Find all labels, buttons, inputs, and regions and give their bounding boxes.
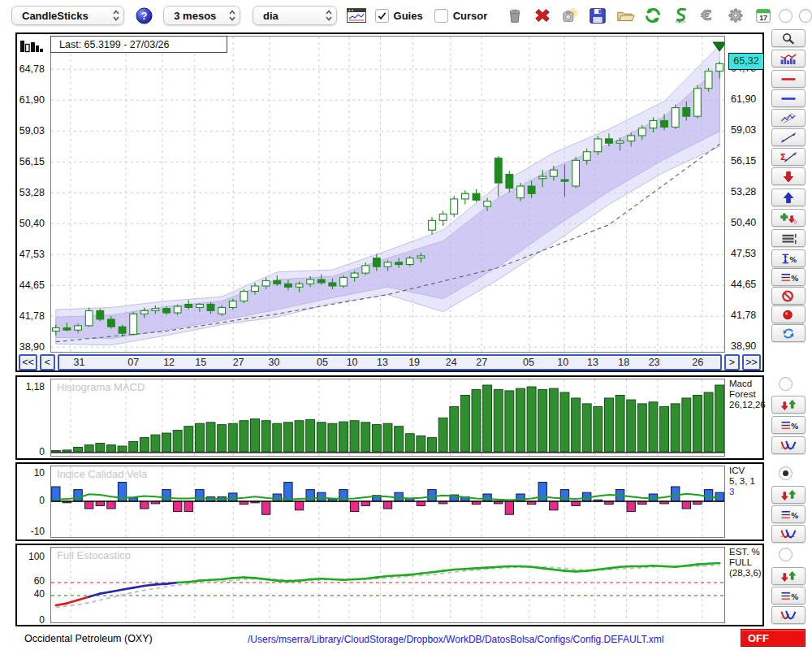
- macd-plot[interactable]: Histograma MACD: [50, 379, 725, 457]
- arrow-up-button[interactable]: [771, 188, 806, 206]
- lines-percent-icon: %: [776, 419, 801, 431]
- record-button[interactable]: [771, 306, 806, 323]
- config-path-link[interactable]: /Users/mserra/Library/CloudStorage/Dropb…: [248, 634, 663, 645]
- scroll-prev-button[interactable]: <: [40, 354, 55, 370]
- sto-signal-arrows-button[interactable]: [771, 567, 806, 585]
- chart-type-select[interactable]: CandleSticks: [11, 6, 124, 25]
- red-hline-button[interactable]: [771, 70, 806, 88]
- scroll-far-next-button[interactable]: >>: [742, 354, 761, 370]
- price-axis-label: 61,90: [731, 94, 756, 105]
- off-toggle-button[interactable]: OFF: [741, 629, 806, 647]
- price-axis-left: 64,7861,9059,0356,1553,2850,4047,5344,65…: [17, 36, 49, 353]
- icv-axis-zero: 0: [39, 495, 45, 506]
- price-axis-label: 61,90: [19, 94, 45, 106]
- scroll-far-prev-button[interactable]: <<: [19, 354, 37, 370]
- nav-date-label: 10: [347, 357, 358, 368]
- macd-lines-percent-button[interactable]: %: [771, 416, 806, 434]
- sync-button[interactable]: [669, 6, 691, 25]
- icv-lines-percent-button[interactable]: %: [771, 505, 806, 523]
- save-icon: [588, 6, 607, 24]
- sto-curve-indicator-button[interactable]: [771, 606, 806, 624]
- euro-button[interactable]: €: [697, 6, 719, 25]
- icv-curve-indicator-button[interactable]: [771, 525, 806, 543]
- snapshot-button[interactable]: [559, 6, 581, 25]
- macd-axis-zero: 0: [39, 446, 45, 457]
- mini-chart-button[interactable]: [347, 6, 367, 25]
- sto-side-label: EST. % FULL (28,3,6): [727, 547, 761, 623]
- measure-percent-button[interactable]: %: [771, 249, 806, 267]
- icv-axis-top: 10: [34, 467, 45, 479]
- indicator-chart-button[interactable]: [771, 50, 806, 67]
- list-lines-button[interactable]: [771, 229, 806, 247]
- price-axis-label: 38,90: [19, 341, 45, 353]
- channel-button[interactable]: [771, 109, 806, 127]
- macd-curve-indicator-button[interactable]: [771, 436, 806, 454]
- sto-plot[interactable]: Full Estocastico: [50, 547, 725, 623]
- nav-date-label: 26: [692, 357, 703, 368]
- sto-axis: 100 60 40 0: [17, 547, 49, 623]
- macd-axis: 1,18 0: [17, 379, 49, 457]
- icv-panel-radio[interactable]: [779, 466, 793, 480]
- add-signals-button[interactable]: [771, 209, 806, 227]
- arrow-down-button[interactable]: [771, 167, 806, 185]
- guies-checkbox[interactable]: [375, 9, 389, 23]
- curve-indicator-icon: [776, 609, 801, 622]
- price-axis-label: 41,78: [731, 310, 756, 321]
- sigma-trendline-button[interactable]: Σ: [771, 148, 806, 166]
- channel-icon: [776, 112, 801, 124]
- svg-text:%: %: [791, 275, 798, 283]
- trendline-button[interactable]: [771, 128, 806, 146]
- chevron-updown-icon: [112, 9, 120, 22]
- right-toolbar-radio[interactable]: [779, 9, 793, 23]
- arrow-up-icon: [776, 192, 801, 204]
- help-button[interactable]: ?: [135, 6, 155, 25]
- icv-side-line: 5, 3, 1: [729, 476, 761, 487]
- status-bar: Occidental Petroleum (OXY) /Users/mserra…: [0, 627, 812, 650]
- price-axis-label: 44,65: [19, 280, 45, 291]
- nav-date-label: 13: [377, 357, 388, 368]
- sync-small-button[interactable]: [771, 324, 806, 342]
- settings-button[interactable]: [724, 6, 746, 25]
- save-button[interactable]: [586, 6, 608, 25]
- cursor-checkbox[interactable]: [434, 9, 448, 23]
- trash-button[interactable]: [503, 6, 525, 25]
- zoom-button[interactable]: [771, 29, 806, 47]
- macd-axis-top: 1,18: [26, 381, 45, 392]
- open-button[interactable]: [614, 6, 636, 25]
- scroll-next-button[interactable]: >: [724, 354, 740, 370]
- nav-date-label: 18: [618, 357, 629, 368]
- svg-text:?: ?: [141, 10, 148, 21]
- macd-panel: 1,18 0 Histograma MACD Macd Forest 26,12…: [15, 375, 764, 460]
- price-axis-right: 64,7861,9059,0356,1553,2850,4047,5344,65…: [727, 36, 761, 353]
- icv-side-param: 3: [729, 487, 761, 497]
- trash-icon: [505, 6, 525, 24]
- price-axis-label: 59,03: [731, 125, 756, 136]
- sto-lines-percent-button[interactable]: %: [771, 587, 806, 604]
- forbid-button[interactable]: [771, 287, 806, 305]
- chevron-updown-icon: [228, 9, 236, 22]
- price-axis-label: 50,40: [731, 218, 756, 228]
- period-select[interactable]: 3 mesos: [163, 6, 240, 25]
- delete-button[interactable]: [531, 6, 553, 25]
- candlestick-plot[interactable]: Last: 65.3199 - 27/03/26: [50, 36, 725, 353]
- blue-hline-button[interactable]: [771, 89, 806, 107]
- lines-percent-icon: %: [776, 590, 801, 602]
- macd-signal-arrows-button[interactable]: [771, 396, 806, 414]
- forbid-icon: [776, 290, 801, 302]
- icv-signal-arrows-button[interactable]: [771, 486, 806, 504]
- last-price-tag: 65,32: [728, 53, 764, 70]
- date-scrollbar[interactable]: 310712152730051013192427051013182326: [58, 354, 722, 370]
- icv-side-label: ICV 5, 3, 1 3: [727, 466, 761, 538]
- delete-icon: [533, 6, 552, 24]
- euro-icon: €: [698, 6, 718, 24]
- sto-panel-radio[interactable]: [779, 548, 793, 561]
- icv-plot[interactable]: Indice Calidad Vela: [50, 466, 725, 538]
- blue-hline-icon: [776, 93, 801, 105]
- interval-select[interactable]: dia: [253, 6, 337, 25]
- indicator-chart-icon: [776, 53, 801, 65]
- macd-svg: [50, 379, 725, 457]
- svg-text:%: %: [789, 256, 797, 264]
- macd-panel-radio[interactable]: [779, 377, 793, 391]
- lines-percent-button[interactable]: %: [771, 268, 806, 286]
- refresh-button[interactable]: [641, 6, 663, 25]
